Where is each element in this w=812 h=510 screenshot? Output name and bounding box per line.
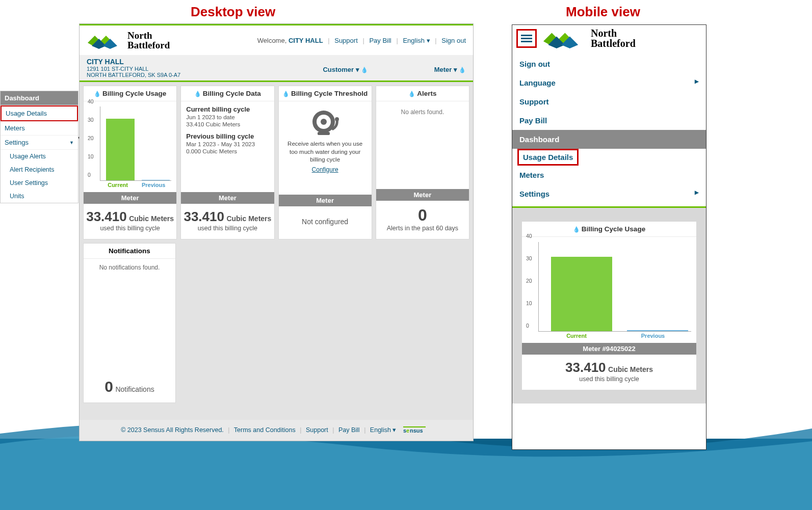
welcome-label: Welcome, <box>257 37 287 44</box>
sidebar-settings[interactable]: Settings <box>1 136 78 150</box>
welcome-user: CITY HALL <box>289 37 323 44</box>
bar-previous <box>142 180 170 180</box>
threshold-text: Receive alerts when you use too much wat… <box>284 140 366 164</box>
alerts-value: 0 <box>378 206 467 225</box>
alerts-footer: 0 Alerts in the past 60 days <box>376 201 469 239</box>
annotation-desktop-label: Desktop view <box>191 4 275 20</box>
footer-copyright: © 2023 Sensus All Rights Reserved. <box>121 426 224 434</box>
notif-body: No notifications found. <box>84 259 175 372</box>
current-cycle-range: Jun 1 2023 to date <box>186 114 269 120</box>
notif-value: 0 <box>104 378 113 395</box>
data-meter-band: Meter <box>181 192 274 204</box>
data-sublabel: used this billing cycle <box>183 225 272 232</box>
y-tick-1: 10 <box>88 153 94 159</box>
sidebar-user-settings[interactable]: User Settings <box>1 176 78 190</box>
brand-name-l1: North <box>127 31 170 40</box>
drop-icon: 💧 <box>94 91 101 97</box>
configure-link[interactable]: Configure <box>284 166 366 173</box>
card-notifications: Notifications No notifications found. 0 … <box>83 243 176 403</box>
y-tick-4: 40 <box>88 98 94 104</box>
hamburger-line-icon <box>521 41 532 42</box>
mobile-dashboard[interactable]: Dashboard <box>512 130 706 149</box>
alarm-bell-icon <box>310 109 340 138</box>
topbar: North Battleford Welcome, CITY HALL | Su… <box>80 25 473 55</box>
card-billing-usage: 💧Billing Cycle Usage 0 10 20 30 40 Curre… <box>83 86 177 239</box>
card-alerts: 💧Alerts No alerts found. Meter 0 Alerts … <box>376 86 469 239</box>
mobile-bar-previous <box>627 330 688 331</box>
usage-unit: Cubic Meters <box>129 214 174 223</box>
top-support-link[interactable]: Support <box>334 37 358 44</box>
y-tick-3: 30 <box>88 117 94 123</box>
mobile-settings[interactable]: Settings <box>512 184 706 203</box>
top-paybill-link[interactable]: Pay Bill <box>369 37 391 44</box>
sidebar-usage-details[interactable]: Usage Details <box>1 105 78 121</box>
y-tick-0: 0 <box>88 172 91 178</box>
mobile-bar-current <box>551 257 612 331</box>
footer-language-select[interactable]: English ▾ <box>370 426 396 434</box>
alerts-none-text: No alerts found. <box>401 109 444 116</box>
card-data-header: 💧Billing Cycle Data <box>181 86 274 101</box>
alerts-meter-band: Meter <box>376 189 469 201</box>
mobile-usage-value: 33.410 <box>565 360 606 375</box>
mobile-card-header: 💧Billing Cycle Usage <box>522 222 696 237</box>
footer-terms-link[interactable]: Terms and Conditions <box>234 426 296 434</box>
hamburger-menu-button[interactable] <box>516 29 537 48</box>
notif-header: Notifications <box>84 244 175 259</box>
mobile-card-footer: 33.410 Cubic Meters used this billing cy… <box>522 355 696 390</box>
desktop-view-container: North Battleford Welcome, CITY HALL | Su… <box>79 23 474 441</box>
threshold-status: Not configured <box>281 211 370 232</box>
top-links: Welcome, CITY HALL | Support | Pay Bill … <box>257 37 466 44</box>
y-tick-2: 20 <box>88 135 94 141</box>
customer-dropdown[interactable]: Customer ▾💧 <box>323 66 368 73</box>
mobile-meters[interactable]: Meters <box>512 166 706 184</box>
mobile-usage-details[interactable]: Usage Details <box>517 149 579 166</box>
threshold-footer: Not configured <box>279 206 372 239</box>
drop-icon: 💧 <box>408 91 415 97</box>
card-alerts-header: 💧Alerts <box>376 86 469 101</box>
mobile-header: North Battleford <box>512 25 706 51</box>
usage-sublabel: used this billing cycle <box>86 225 174 232</box>
card-threshold: 💧Billing Cycle Threshold Receive alerts … <box>278 86 372 239</box>
m-y-tick-0: 0 <box>526 323 529 329</box>
annotation-mobile-label: Mobile view <box>566 4 640 20</box>
svg-rect-12 <box>403 426 426 427</box>
mobile-view-container: North Battleford Sign out Language Suppo… <box>512 24 706 450</box>
mobile-menu: Sign out Language Support Pay Bill Dashb… <box>512 51 706 206</box>
sidebar-alert-recipients[interactable]: Alert Recipients <box>1 163 78 176</box>
sidebar-meters[interactable]: Meters <box>1 121 78 136</box>
top-language-select[interactable]: English ▾ <box>403 37 430 44</box>
footer-support-link[interactable]: Support <box>306 426 328 434</box>
sidebar-dashboard[interactable]: Dashboard <box>1 91 78 105</box>
x-label-previous: Previous <box>136 182 171 190</box>
mobile-signout[interactable]: Sign out <box>512 55 706 73</box>
hamburger-line-icon <box>521 38 532 39</box>
footer-paybill-link[interactable]: Pay Bill <box>338 426 360 434</box>
m-y-tick-3: 30 <box>526 255 532 261</box>
dashboard-cards-row: 💧Billing Cycle Usage 0 10 20 30 40 Curre… <box>80 82 473 243</box>
mobile-paybill[interactable]: Pay Bill <box>512 111 706 130</box>
m-x-label-current: Current <box>538 333 615 341</box>
svg-text:e: e <box>406 427 409 434</box>
drop-icon: 💧 <box>282 91 290 97</box>
mobile-gray-bg: 💧Billing Cycle Usage 0 10 20 30 40 Curre… <box>512 208 706 404</box>
mobile-usage-chart: 0 10 20 30 40 Current Previous <box>524 239 694 341</box>
drop-icon: 💧 <box>459 67 466 73</box>
top-signout-link[interactable]: Sign out <box>441 37 466 44</box>
sidebar-units[interactable]: Units <box>1 190 78 203</box>
mobile-logo-swoosh-icon <box>541 28 587 48</box>
threshold-meter-band: Meter <box>279 195 372 206</box>
mobile-support[interactable]: Support <box>512 92 706 111</box>
bar-current <box>106 119 135 180</box>
brand-name-l2: Battleford <box>127 40 170 50</box>
mobile-language[interactable]: Language <box>512 73 706 92</box>
data-footer: 33.410 Cubic Meters used this billing cy… <box>181 204 274 239</box>
account-addr-2: NORTH BATTLEFORD, SK S9A 0-A7 <box>87 72 180 78</box>
drop-icon: 💧 <box>361 67 368 73</box>
sidebar-usage-alerts[interactable]: Usage Alerts <box>1 150 78 163</box>
card-usage-header: 💧Billing Cycle Usage <box>84 86 176 101</box>
mobile-usage-unit: Cubic Meters <box>608 365 653 373</box>
m-y-tick-2: 20 <box>526 278 532 284</box>
svg-point-6 <box>321 119 327 125</box>
meter-dropdown[interactable]: Meter ▾💧 <box>434 66 466 73</box>
data-value: 33.410 <box>184 209 224 224</box>
